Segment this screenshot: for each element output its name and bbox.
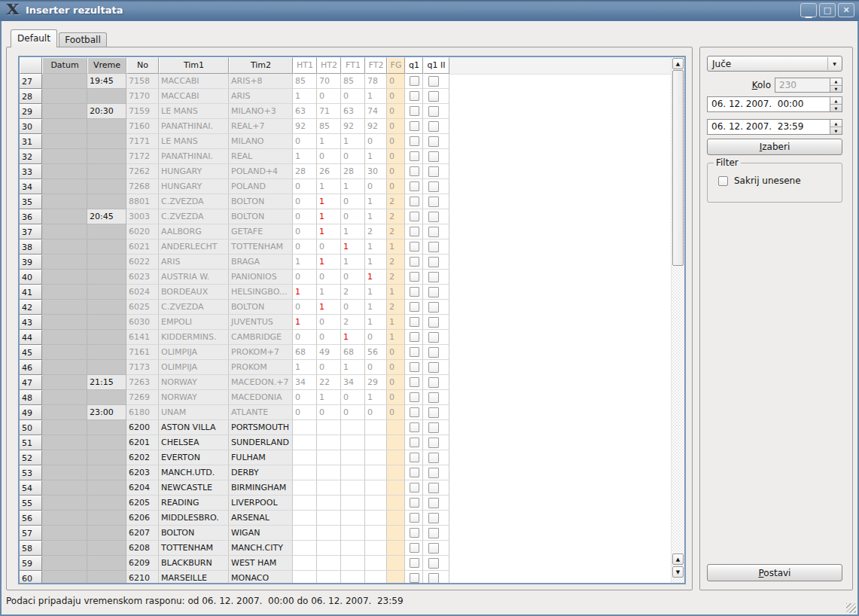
q1-checkbox[interactable]	[410, 543, 419, 553]
datum-cell[interactable]	[42, 420, 87, 435]
ht1-cell[interactable]	[293, 480, 317, 496]
fg-cell[interactable]: 0	[387, 104, 405, 119]
team2-cell[interactable]: ATLANTE	[229, 405, 293, 420]
q1-checkbox[interactable]	[410, 513, 419, 523]
hide-entered-checkbox-row[interactable]: Sakrij unesene	[712, 175, 837, 186]
ft1-cell[interactable]: 0	[341, 194, 365, 209]
q1ii-checkbox[interactable]	[428, 407, 439, 418]
team1-cell[interactable]: ASTON VILLA	[159, 420, 229, 435]
q1-cell[interactable]	[405, 285, 423, 300]
ht1-cell[interactable]: 0	[293, 405, 317, 420]
date-to-steppers[interactable]: ▲▼	[830, 120, 842, 134]
q1ii-cell[interactable]	[423, 496, 449, 511]
match-no-cell[interactable]: 6209	[126, 556, 159, 571]
vreme-cell[interactable]: 19:45	[87, 74, 126, 89]
q1-checkbox[interactable]	[410, 76, 419, 86]
ht2-cell[interactable]: 0	[317, 405, 341, 420]
ht2-cell[interactable]	[317, 420, 341, 435]
datum-cell[interactable]	[42, 255, 87, 270]
team2-cell[interactable]: BOLTON	[229, 209, 293, 224]
fg-cell[interactable]	[387, 496, 405, 511]
ht1-cell[interactable]	[293, 496, 317, 511]
q1ii-checkbox[interactable]	[428, 257, 439, 267]
q1-cell[interactable]	[405, 74, 423, 89]
team1-cell[interactable]: LE MANS	[159, 134, 229, 149]
column-header-tim1[interactable]: Tim1	[159, 57, 229, 74]
match-no-cell[interactable]: 7159	[126, 104, 159, 119]
q1-cell[interactable]	[405, 450, 423, 465]
datum-cell[interactable]	[42, 345, 87, 360]
q1ii-cell[interactable]	[423, 224, 449, 239]
datum-cell[interactable]	[42, 330, 87, 345]
maximize-button[interactable]: □	[819, 3, 836, 17]
scroll-down-button[interactable]: ▼	[672, 566, 684, 578]
q1-cell[interactable]	[405, 149, 423, 164]
match-no-cell[interactable]: 7262	[126, 164, 159, 179]
match-no-cell[interactable]: 7160	[126, 119, 159, 134]
ht2-cell[interactable]: 26	[317, 164, 341, 179]
team1-cell[interactable]: EVERTON	[159, 450, 229, 465]
vreme-cell[interactable]	[87, 571, 126, 584]
match-no-cell[interactable]: 6204	[126, 480, 159, 496]
team2-cell[interactable]: BOLTON	[229, 194, 293, 209]
ht1-cell[interactable]	[293, 556, 317, 571]
q1ii-checkbox[interactable]	[428, 543, 439, 553]
q1-cell[interactable]	[405, 496, 423, 511]
q1ii-checkbox[interactable]	[428, 242, 439, 252]
fg-cell[interactable]: 1	[387, 239, 405, 255]
vreme-cell[interactable]: 20:30	[87, 104, 126, 119]
column-header-datum[interactable]: Datum	[42, 57, 87, 74]
datum-cell[interactable]	[42, 571, 87, 584]
team2-cell[interactable]: BOLTON	[229, 300, 293, 315]
datum-cell[interactable]	[42, 435, 87, 450]
ht2-cell[interactable]	[317, 556, 341, 571]
q1ii-cell[interactable]	[423, 360, 449, 375]
datum-cell[interactable]	[42, 134, 87, 149]
ht2-cell[interactable]: 49	[317, 345, 341, 360]
column-header-ht2[interactable]: HT2	[317, 57, 341, 74]
ht2-cell[interactable]: 70	[317, 74, 341, 89]
q1ii-cell[interactable]	[423, 405, 449, 420]
ht2-cell[interactable]: 0	[317, 360, 341, 375]
fg-cell[interactable]: 2	[387, 224, 405, 239]
spin-up-icon[interactable]: ▲	[830, 78, 842, 86]
vreme-cell[interactable]	[87, 285, 126, 300]
team2-cell[interactable]: PROKOM+7	[229, 345, 293, 360]
team2-cell[interactable]: MILANO+3	[229, 104, 293, 119]
datum-cell[interactable]	[42, 480, 87, 496]
row-number-cell[interactable]: 46	[20, 360, 42, 375]
q1ii-checkbox[interactable]	[428, 573, 439, 584]
row-number-cell[interactable]: 27	[20, 74, 42, 89]
datum-cell[interactable]	[42, 119, 87, 134]
q1-checkbox[interactable]	[410, 227, 419, 236]
ft2-cell[interactable]: 30	[365, 164, 387, 179]
spin-down-icon[interactable]: ▼	[830, 86, 842, 93]
ht2-cell[interactable]: 71	[317, 104, 341, 119]
team1-cell[interactable]: HUNGARY	[159, 164, 229, 179]
match-no-cell[interactable]: 6021	[126, 239, 159, 255]
q1ii-checkbox[interactable]	[428, 76, 439, 87]
q1-cell[interactable]	[405, 255, 423, 270]
ft2-cell[interactable]: 0	[365, 405, 387, 420]
ft2-cell[interactable]	[365, 526, 387, 541]
ht1-cell[interactable]: 0	[293, 239, 317, 255]
ht1-cell[interactable]: 68	[293, 345, 317, 360]
vreme-cell[interactable]	[87, 89, 126, 104]
ft2-cell[interactable]	[365, 420, 387, 435]
fg-cell[interactable]	[387, 511, 405, 526]
datum-cell[interactable]	[42, 74, 87, 89]
ht1-cell[interactable]: 92	[293, 119, 317, 134]
q1ii-cell[interactable]	[423, 541, 449, 556]
fg-cell[interactable]: 0	[387, 360, 405, 375]
team1-cell[interactable]: UNAM	[159, 405, 229, 420]
match-no-cell[interactable]: 7171	[126, 134, 159, 149]
ft2-cell[interactable]: 1	[365, 209, 387, 224]
datum-cell[interactable]	[42, 285, 87, 300]
row-number-cell[interactable]: 49	[20, 405, 42, 420]
ft2-cell[interactable]	[365, 496, 387, 511]
q1ii-checkbox[interactable]	[428, 287, 439, 297]
datum-cell[interactable]	[42, 270, 87, 285]
ft1-cell[interactable]	[341, 435, 365, 450]
q1-checkbox[interactable]	[410, 166, 419, 176]
ft1-cell[interactable]: 1	[341, 330, 365, 345]
